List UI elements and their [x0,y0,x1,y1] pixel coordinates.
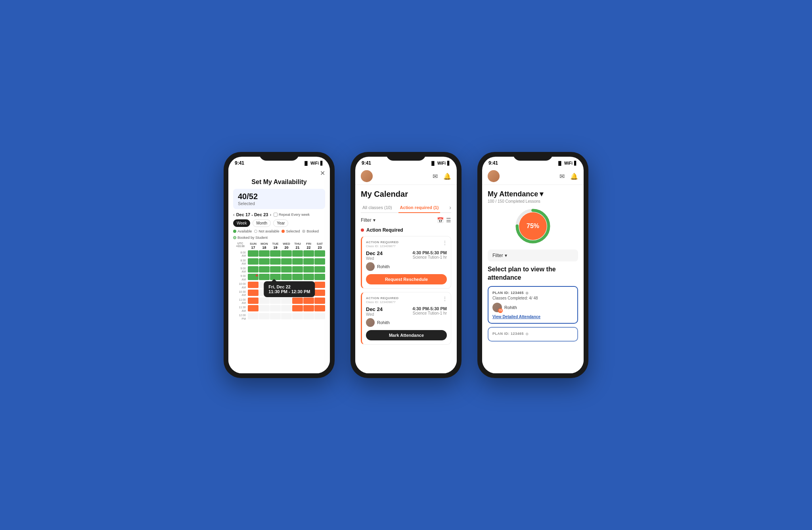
cal-cell[interactable] [292,298,303,304]
cal-cell[interactable] [259,313,270,319]
battery-icon: ▋ [447,161,450,165]
cal-cell[interactable] [281,313,292,319]
cal-cell[interactable] [248,282,259,288]
cal-cell[interactable] [281,305,292,311]
phone-3-time: 9:41 [488,160,498,166]
next-arrow-icon[interactable]: › [270,212,271,217]
cal-cell[interactable] [259,250,270,257]
cal-cell[interactable] [248,305,259,311]
cal-cell[interactable] [248,313,259,319]
cal-cell[interactable] [248,250,259,257]
request-reschedule-button[interactable]: Request Reschedule [366,274,447,284]
mark-attendance-button[interactable]: Mark Attendance [366,330,447,340]
plan-1-badge: 75 [498,308,503,313]
tab-week[interactable]: Week [233,219,250,227]
cal-cell[interactable] [314,290,325,296]
card-1-menu-icon[interactable]: ⋮ [442,240,448,246]
list-icon[interactable]: ☰ [446,217,451,223]
cal-cell[interactable] [259,274,270,280]
copy-icon-2[interactable]: ⊕ [525,332,529,336]
tab-all-classes[interactable]: All classes (10) [361,203,394,212]
view-detailed-attendance-link[interactable]: View Detailed Attendance [492,315,573,319]
card-1-date: Dec 24 [366,250,383,256]
day-sun: SUN17 [248,242,259,250]
cal-cell[interactable] [303,274,314,280]
mail-icon[interactable]: ✉ [433,173,438,180]
cal-cell[interactable] [303,258,314,265]
cal-cell[interactable] [292,274,303,280]
attendance-filter-button[interactable]: Filter ▾ [488,250,578,261]
mail-icon-3[interactable]: ✉ [559,173,565,180]
cal-cell[interactable] [303,298,314,304]
plan-card-2[interactable]: PLAN ID: 123465 ⊕ [488,327,578,342]
cal-cell[interactable] [281,266,292,273]
cal-cell[interactable] [314,305,325,311]
cal-cell[interactable] [259,258,270,265]
cal-cell[interactable] [303,313,314,319]
cal-cell[interactable] [314,250,325,257]
repeat-checkbox[interactable] [274,213,278,217]
filter-button[interactable]: Filter ▾ [361,217,375,223]
cal-cell[interactable] [270,250,281,257]
cal-cell[interactable] [270,298,281,304]
cal-cell[interactable] [314,313,325,319]
card-1-day: Wed [366,256,383,261]
cal-cell[interactable] [259,266,270,273]
phone-1-notch [259,152,299,161]
cal-cell[interactable] [314,298,325,304]
cal-cell[interactable] [292,258,303,265]
cal-cell[interactable] [303,250,314,257]
cal-cell[interactable] [248,258,259,265]
header-icons-3: ✉ 🔔 [559,173,578,180]
calendar-icon[interactable]: 📅 [437,217,444,223]
cal-cell[interactable] [270,313,281,319]
copy-icon[interactable]: ⊕ [525,291,529,295]
cal-cell[interactable] [303,305,314,311]
day-sat: SAT23 [314,242,325,250]
phone-3-notch [513,152,553,161]
cal-cell[interactable] [248,298,259,304]
plan-card-1[interactable]: PLAN ID: 123465 ⊕ Classes Completed: 4/ … [488,286,578,324]
tab-month[interactable]: Month [253,219,271,227]
card-2-student-avatar [366,318,375,327]
cal-cell[interactable] [292,250,303,257]
cal-cell[interactable] [248,266,259,273]
cal-cell[interactable] [281,298,292,304]
user-avatar[interactable] [361,170,373,182]
cal-cell[interactable] [259,298,270,304]
cal-cell[interactable] [248,274,259,280]
cal-cell[interactable] [314,274,325,280]
bell-icon-3[interactable]: 🔔 [570,173,578,180]
card-2-menu-icon[interactable]: ⋮ [442,296,448,302]
cal-cell[interactable] [270,305,281,311]
cal-cell[interactable] [270,266,281,273]
cal-cell[interactable] [314,266,325,273]
cal-cell[interactable] [314,282,325,288]
cal-cell[interactable] [281,250,292,257]
battery-icon: ▋ [320,161,324,165]
time-800: 8:00AM [233,250,247,258]
cal-cell[interactable] [281,258,292,265]
cal-cell[interactable] [259,305,270,311]
phone-2-body: My Calendar All classes (10) Action requ… [355,185,457,373]
cal-cell[interactable] [248,290,259,296]
cal-cell[interactable] [303,266,314,273]
tab-arrow-icon: › [449,204,451,211]
tab-action-required[interactable]: Action required (1) [398,203,440,212]
bell-icon[interactable]: 🔔 [443,173,451,180]
cal-cell[interactable] [292,266,303,273]
chevron-down-icon: ▾ [373,217,375,223]
repeat-label[interactable]: Repeat Every week [274,213,310,217]
cal-cell[interactable] [270,258,281,265]
card-2-time: 4:30 PM-5:30 PM [412,306,447,311]
cal-cell[interactable] [281,274,292,280]
cal-cell[interactable] [292,313,303,319]
calendar-grid: UTC+03:00 SUN17 MON18 TUE19 WED20 THU21 … [233,242,325,321]
cal-cell[interactable] [292,305,303,311]
close-button[interactable]: ✕ [233,168,325,179]
tab-year[interactable]: Year [273,219,288,227]
prev-arrow-icon[interactable]: ‹ [233,212,235,217]
date-nav-arrows[interactable]: ‹ Dec 17 - Dec 23 › [233,212,271,217]
cal-cell[interactable] [314,258,325,265]
user-avatar-3[interactable] [488,170,500,182]
